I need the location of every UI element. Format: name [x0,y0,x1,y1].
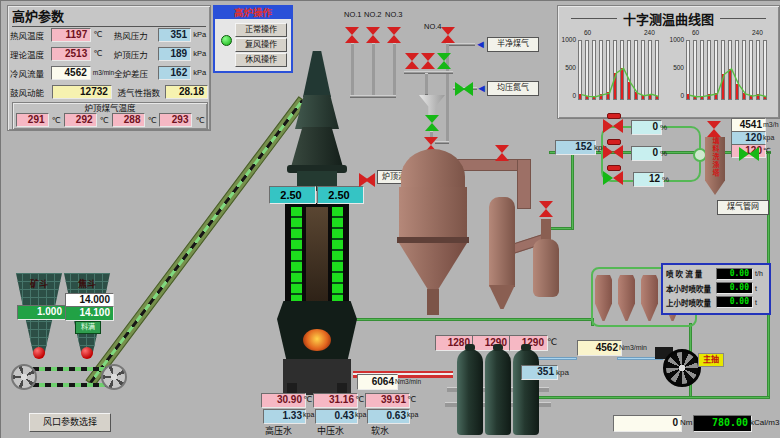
reducer-valve-2[interactable] [603,145,623,159]
param-label: 全炉差压 [114,67,158,79]
coke-full-badge: 料满 [75,321,101,334]
ore-gate-indicator [33,347,45,359]
furnace-burden-column [306,207,328,301]
top-gas-value: 288 [112,113,145,127]
normal-operation-button[interactable]: 正常操作 [235,23,287,37]
clean-gas-temp-unit: ℃ [763,147,771,155]
charging-incline-conveyor [86,96,308,386]
clean-gas-press-unit: kpa [763,134,774,141]
param-label: 炉顶压力 [114,48,159,60]
funnel-outlet-valve[interactable] [425,115,439,131]
tower-top-valve[interactable] [707,121,723,137]
injection-row-label: 喷 吹 流 量 [666,268,716,279]
temp-curve [686,40,770,100]
scrubber-top-valve[interactable] [495,145,509,161]
param-label: 热风温度 [10,29,51,41]
pipe-scrubber-inlet [517,159,531,209]
y-tick: 1000 [666,36,684,43]
param-unit: kPa [191,68,208,77]
soft-water-press: 0.63 [367,409,410,424]
param-value: 28.18 [165,85,208,99]
soft-water-label: 软水 [371,424,389,437]
water-press-unit: kpa [303,411,314,418]
percent-unit: % [662,175,669,184]
param-value: 351 [158,28,191,42]
param-value: 162 [158,66,191,80]
gas-main-pressure-value: 152 [555,140,596,155]
stove-2-temp: 1290 [472,335,511,351]
param-label: 透气性指数 [118,86,165,98]
hot-blast-stove-1 [457,349,483,435]
y-tick: 0 [666,92,684,99]
equalize-valve-2[interactable] [421,53,435,69]
bleeder-valve-3[interactable] [387,27,401,43]
hmi-blast-furnace-screen: 2.50 2.50 炉顶洒水 NO.1 NO.2 NO.3 NO.4 ◄ 半净煤… [0,0,780,438]
param-value: 189 [158,47,191,61]
top-gas-value: 293 [159,113,192,127]
y-tick: 0 [558,92,576,99]
dust-catcher-dome [401,149,465,189]
hot-blast-pressure-unit: kpa [556,368,569,377]
injection-panel: 喷 吹 流 量 0.00 t/h 本小时喷吹量 0.00 t 上小时喷吹量 0.… [661,263,771,315]
reducer-valve-1-opening: 0 [631,120,662,135]
blower-fan-icon [663,349,701,387]
resume-blast-button[interactable]: 复风操作 [235,38,287,52]
pipe-semi-clean [449,43,475,46]
bleeder-no4-label: NO.4 [424,22,442,31]
dehydrator-vessel [533,239,559,297]
stock-rod-left-value: 2.50 [269,186,316,204]
equalize-valve-1[interactable] [405,53,419,69]
param-value: 4562 [51,66,91,80]
bleeder-no2-label: NO.2 [364,10,382,19]
bleeder-valve-2[interactable] [366,27,380,43]
coke-gate-indicator [81,347,93,359]
network-shutoff-valve[interactable] [739,147,759,161]
top-gas-title: 炉顶煤气温度 [13,103,207,113]
water-temp-unit: ℃ [355,395,364,404]
y-tick: 500 [666,64,684,71]
water-temp-unit: ℃ [303,395,312,404]
top-spray-valve[interactable] [359,173,375,185]
dehydrator-top-valve[interactable] [539,201,555,217]
furnace-hearth-glow [303,329,331,351]
cold-blast-flow: 4562 [577,340,622,356]
cross-temp-chart-left: 60 240 1000 500 0 [562,26,664,114]
pipe-coal-injection [353,318,593,321]
title-rule-left [571,18,617,19]
temp-curve [578,40,662,100]
param-unit: kPa [191,30,208,39]
dust-catcher-cone [399,243,467,289]
dust-catcher-body [399,187,467,241]
calorific-value: 780.00 [693,415,752,432]
top-gas-subpanel: 炉顶煤气温度 291 ℃ 292 ℃ 288 ℃ 293 ℃ [12,102,208,130]
water-press-unit: kpa [407,411,418,418]
injection-row-label: 本小时喷吹量 [666,283,716,294]
stock-rod-right-value: 2.50 [317,186,364,204]
param-unit: kPa [191,49,208,58]
param-unit: m3/min [91,69,114,76]
fan-label: 主抽 [698,353,724,367]
bleeder-valve-1[interactable] [345,27,359,43]
hot-blast-stove-2 [485,349,511,435]
bleeder-no1-label: NO.1 [344,10,362,19]
param-label: 热风压力 [114,29,159,41]
reducer-valve-1[interactable] [603,119,623,133]
stove-temp-unit: ℃ [547,337,557,347]
hp-water-temp: 30.90 [261,393,306,408]
x-tick: 60 [692,29,699,36]
x-tick: 60 [584,29,591,36]
bleeder-valve-4[interactable] [441,27,455,43]
stop-blast-button[interactable]: 休风操作 [235,53,287,67]
injection-row-unit: t [753,299,757,306]
equalize-line-valve[interactable] [455,82,473,95]
params-title: 高炉参数 [12,6,206,27]
mp-water-label: 中压水 [317,424,344,437]
param-unit: ℃ [91,30,113,39]
x-tick: 240 [752,29,763,36]
top-gas-unit: ℃ [195,116,204,125]
reducer-valve-3[interactable] [603,171,623,185]
equalize-valve-3[interactable] [437,53,451,69]
tuyere-params-button[interactable]: 风口参数选择 [29,413,111,432]
hp-water-press: 1.33 [263,409,306,424]
top-gas-unit: ℃ [148,116,157,125]
